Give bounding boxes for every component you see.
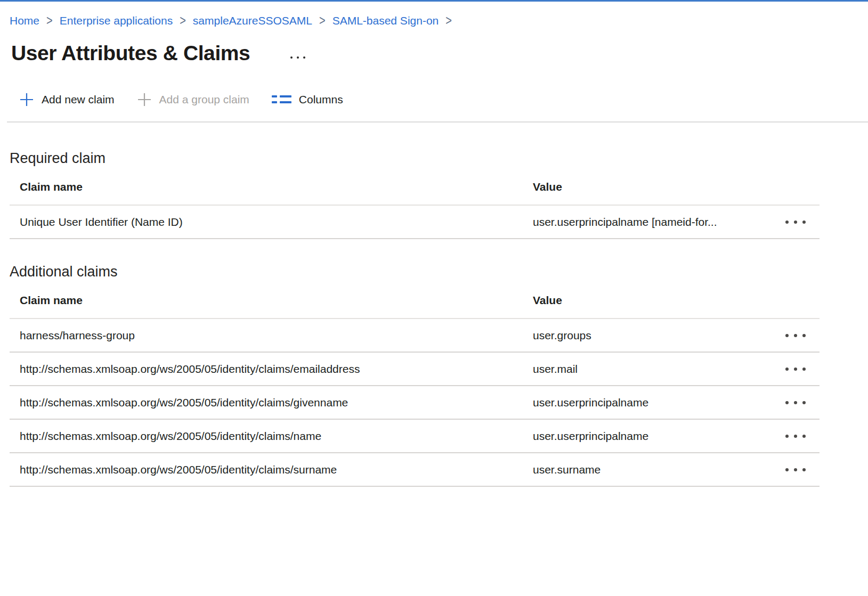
table-header-row: Claim name Value xyxy=(10,167,820,206)
breadcrumb-enterprise-applications[interactable]: Enterprise applications xyxy=(60,13,173,28)
claim-name-cell: http://schemas.xmlsoap.org/ws/2005/05/id… xyxy=(10,363,523,375)
page-header: User Attributes & Claims xyxy=(11,40,868,66)
row-context-menu-button[interactable] xyxy=(784,217,807,227)
ellipsis-icon xyxy=(794,334,797,337)
breadcrumb-saml-based-sign-on[interactable]: SAML-based Sign-on xyxy=(332,13,439,28)
additional-claims-table: Claim name Value harness/harness-group u… xyxy=(10,281,820,487)
ellipsis-icon xyxy=(290,56,293,59)
claim-value-cell: user.surname xyxy=(523,463,756,476)
top-accent-bar xyxy=(0,0,868,2)
plus-icon xyxy=(19,92,34,107)
ellipsis-icon xyxy=(785,401,789,404)
ellipsis-icon xyxy=(785,368,789,371)
ellipsis-icon xyxy=(785,334,789,337)
ellipsis-icon xyxy=(802,435,806,438)
table-row-surname[interactable]: http://schemas.xmlsoap.org/ws/2005/05/id… xyxy=(10,453,820,487)
breadcrumb-sample-azure-sso-saml[interactable]: sampleAzureSSOSAML xyxy=(193,13,312,28)
claim-value-cell: user.userprincipalname [nameid-for... xyxy=(523,216,756,228)
chevron-right-icon: > xyxy=(46,12,53,30)
claim-name-cell: http://schemas.xmlsoap.org/ws/2005/05/id… xyxy=(10,463,523,476)
row-context-menu-button[interactable] xyxy=(784,431,807,441)
claim-name-cell: http://schemas.xmlsoap.org/ws/2005/05/id… xyxy=(10,430,523,443)
ellipsis-icon xyxy=(794,221,797,224)
columns-button[interactable]: Columns xyxy=(272,93,343,106)
claim-name-cell: http://schemas.xmlsoap.org/ws/2005/05/id… xyxy=(10,396,523,409)
chevron-right-icon: > xyxy=(445,12,452,30)
value-column-header: Value xyxy=(523,181,756,193)
ellipsis-icon xyxy=(794,368,797,371)
claim-name-cell: Unique User Identifier (Name ID) xyxy=(10,216,523,228)
ellipsis-icon xyxy=(794,401,797,404)
ellipsis-icon xyxy=(785,435,789,438)
additional-claims-heading: Additional claims xyxy=(10,263,868,281)
row-context-menu-button[interactable] xyxy=(784,465,807,475)
ellipsis-icon xyxy=(802,401,806,404)
required-claim-heading: Required claim xyxy=(10,149,868,167)
table-row-unique-user-identifier[interactable]: Unique User Identifier (Name ID) user.us… xyxy=(10,206,820,239)
breadcrumb-home[interactable]: Home xyxy=(10,13,39,28)
page-overflow-menu-button[interactable] xyxy=(288,54,307,61)
ellipsis-icon xyxy=(303,56,305,59)
claim-name-cell: harness/harness-group xyxy=(10,329,523,342)
table-row-emailaddress[interactable]: http://schemas.xmlsoap.org/ws/2005/05/id… xyxy=(10,353,820,386)
value-column-header: Value xyxy=(523,294,756,307)
claim-name-column-header: Claim name xyxy=(10,181,523,193)
table-header-row: Claim name Value xyxy=(10,281,820,319)
columns-icon xyxy=(272,94,291,105)
chevron-right-icon: > xyxy=(319,12,326,30)
ellipsis-icon xyxy=(802,368,806,371)
row-context-menu-button[interactable] xyxy=(784,398,807,407)
table-row-harness-group[interactable]: harness/harness-group user.groups xyxy=(10,319,820,353)
plus-icon xyxy=(137,92,152,107)
claim-value-cell: user.userprincipalname xyxy=(523,396,756,409)
columns-label: Columns xyxy=(299,93,343,106)
ellipsis-icon xyxy=(802,221,806,224)
ellipsis-icon xyxy=(802,334,806,337)
ellipsis-icon xyxy=(794,435,797,438)
claim-value-cell: user.userprincipalname xyxy=(523,430,756,443)
required-claim-table: Claim name Value Unique User Identifier … xyxy=(10,167,820,239)
claim-value-cell: user.groups xyxy=(523,329,756,342)
chevron-right-icon: > xyxy=(180,12,186,30)
add-group-claim-label: Add a group claim xyxy=(159,93,249,106)
ellipsis-icon xyxy=(802,468,806,471)
ellipsis-icon xyxy=(785,221,789,224)
add-new-claim-label: Add new claim xyxy=(42,93,115,106)
ellipsis-icon xyxy=(785,468,789,471)
toolbar-divider xyxy=(7,121,868,123)
command-bar: Add new claim Add a group claim Columns xyxy=(19,91,868,109)
row-context-menu-button[interactable] xyxy=(784,364,807,374)
add-group-claim-button[interactable]: Add a group claim xyxy=(137,92,249,107)
add-new-claim-button[interactable]: Add new claim xyxy=(19,92,115,107)
ellipsis-icon xyxy=(297,56,299,59)
table-row-name[interactable]: http://schemas.xmlsoap.org/ws/2005/05/id… xyxy=(10,420,820,453)
claim-name-column-header: Claim name xyxy=(10,294,523,307)
page-title: User Attributes & Claims xyxy=(11,40,250,66)
claim-value-cell: user.mail xyxy=(523,363,756,375)
ellipsis-icon xyxy=(794,468,797,471)
breadcrumb: Home > Enterprise applications > sampleA… xyxy=(10,13,868,28)
table-row-givenname[interactable]: http://schemas.xmlsoap.org/ws/2005/05/id… xyxy=(10,386,820,420)
row-context-menu-button[interactable] xyxy=(784,331,807,340)
